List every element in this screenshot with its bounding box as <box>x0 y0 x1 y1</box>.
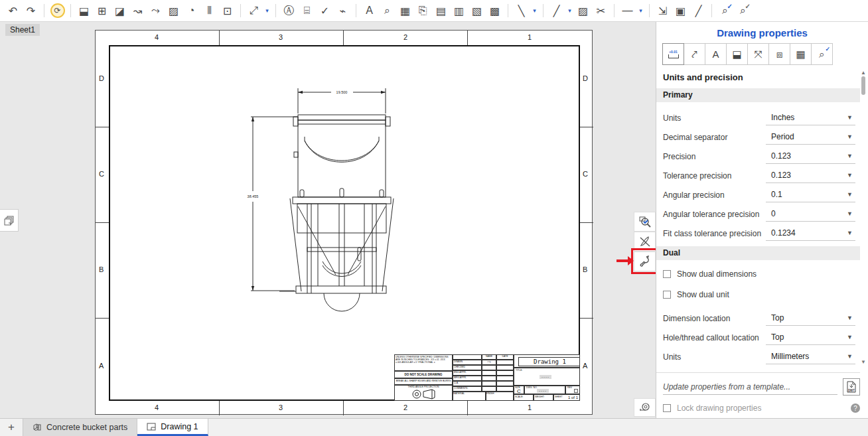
dwg-no-value[interactable]: ---- <box>537 389 549 393</box>
trim-icon[interactable]: ✂ <box>592 2 610 20</box>
projected-view-icon[interactable]: ⫴ <box>200 2 218 20</box>
show-dual-dimensions-checkbox[interactable]: Show dual dimensions <box>663 263 855 284</box>
tab-concrete-bucket-parts[interactable]: Concrete bucket parts <box>23 419 137 436</box>
units-dropdown[interactable]: Inches▼ <box>766 110 855 125</box>
angular-precision-dropdown[interactable]: 0.1▼ <box>766 187 855 202</box>
leader-line-icon[interactable]: ╲ <box>512 2 530 20</box>
section-view-icon[interactable]: ◔ <box>182 2 200 20</box>
dimension-icon[interactable]: ⤢ <box>245 2 263 20</box>
cutlist-table-icon: ▩ <box>490 5 500 17</box>
checkbox-icon[interactable] <box>663 404 671 412</box>
sketch-caret-icon[interactable]: ▾ <box>565 2 574 20</box>
line-style-caret-icon[interactable]: ▾ <box>636 2 645 20</box>
revision-table-icon: ▧ <box>472 5 482 17</box>
datum-icon[interactable]: Ⓐ <box>280 2 298 20</box>
angular-tolerance-precision-dropdown[interactable]: 0▼ <box>766 206 855 222</box>
datum-icon: Ⓐ <box>284 4 295 18</box>
sketch-line-icon[interactable]: ╱ <box>547 2 565 20</box>
dwt-template-button[interactable]: DWT <box>843 378 860 396</box>
toolbar-separator <box>240 4 241 17</box>
approval-row-label: DRAWN <box>453 360 482 365</box>
sheet-name-chip[interactable]: Sheet1 <box>5 24 40 36</box>
redo-icon[interactable]: ↷ <box>22 2 40 20</box>
measure-tool-button[interactable] <box>634 398 656 417</box>
inspection-symbol-icon[interactable]: ⌕ <box>378 2 396 20</box>
sheet-table-icon[interactable]: ⎘ <box>414 2 432 20</box>
tab-view-icon: ⧈ <box>776 48 783 60</box>
checkbox-icon[interactable] <box>663 291 671 299</box>
crop-view-icon[interactable]: ⊡ <box>218 2 236 20</box>
insert-view-icon[interactable]: ⬓ <box>75 2 93 20</box>
text-icon: A <box>366 5 373 17</box>
spline-control-icon[interactable]: ⤳ <box>147 2 165 20</box>
concrete-bucket-front-view[interactable]: 19.500 38.455 <box>242 84 434 349</box>
sync-icon[interactable]: ⟳ <box>48 2 66 20</box>
tolerance-precision-dropdown[interactable]: 0.123▼ <box>766 168 855 183</box>
tab-dimensions[interactable]: ⤤ <box>684 43 705 65</box>
redo-icon: ↷ <box>27 5 35 17</box>
width-dimension[interactable]: 19.500 <box>336 90 348 94</box>
insert-image-icon[interactable]: ▣ <box>672 2 689 20</box>
dimension-caret-icon[interactable]: ▾ <box>263 2 271 20</box>
tab-text[interactable]: A <box>705 43 727 65</box>
decimal-separator-dropdown[interactable]: Period▼ <box>766 129 855 145</box>
sheet-value: 1 of 1 <box>568 396 578 400</box>
approval-name-cell <box>482 365 496 370</box>
dual-units-dropdown[interactable]: Millimeters▼ <box>766 349 855 364</box>
hole-table-icon[interactable]: ▥ <box>450 2 468 20</box>
export-dxf-icon[interactable]: ⇲ <box>654 2 672 20</box>
tab-drawing-1[interactable]: Drawing 1 <box>137 419 208 436</box>
table-icon[interactable]: ▦ <box>396 2 414 20</box>
hatch-icon: ▨ <box>578 5 588 17</box>
tab-units-precision[interactable]: +0.01 <box>662 43 684 65</box>
erase-view-icon[interactable]: ◪ <box>111 2 129 20</box>
tab-view[interactable]: ⧈ <box>768 43 790 65</box>
checkbox-icon[interactable] <box>663 270 671 278</box>
surface-finish-icon[interactable]: ⌁ <box>334 2 352 20</box>
help-icon[interactable]: ? <box>851 403 860 413</box>
title-value[interactable]: ---- <box>540 375 551 379</box>
dimension-location-dropdown[interactable]: Top▼ <box>766 311 855 326</box>
chevron-down-icon: ▼ <box>847 172 853 179</box>
line-style-icon[interactable]: — <box>618 2 636 20</box>
hatch-view-icon[interactable]: ▨ <box>165 2 182 20</box>
tab-validation[interactable]: ⌕✓ <box>811 43 833 65</box>
scrollbar-thumb[interactable] <box>861 76 865 95</box>
dual-section-header: Dual <box>656 246 860 260</box>
tab-dimension-extensions[interactable]: ⤧ <box>747 43 769 65</box>
drawing-canvas[interactable]: Sheet1 44332211DDCCBBAA <box>0 22 656 418</box>
hole-thread-callout-location-dropdown[interactable]: Top▼ <box>766 330 855 345</box>
update-template-input[interactable]: Update properties from a template... <box>663 379 837 395</box>
sheet-layout-icon[interactable]: ⊞ <box>93 2 111 20</box>
toolbar-separator <box>70 4 71 17</box>
cutlist-table-icon[interactable]: ▩ <box>486 2 504 20</box>
scroll-down-arrow[interactable]: ▼ <box>861 359 866 365</box>
check-drawing-icon[interactable]: ⌕✓ <box>716 2 734 20</box>
mark-icon[interactable]: ╱ <box>689 2 707 20</box>
checkmark-icon[interactable]: ✓ <box>316 2 334 20</box>
lock-drawing-properties-row[interactable]: Lock drawing properties ? <box>663 400 860 416</box>
fit-class-tolerance-precision-dropdown[interactable]: 0.1234▼ <box>766 226 855 241</box>
undo-icon[interactable]: ↶ <box>4 2 22 20</box>
rev-value-box[interactable] <box>574 389 578 393</box>
drawing-sheet[interactable]: 44332211DDCCBBAA <box>95 30 593 415</box>
check-settings-icon[interactable]: ⌕✓ <box>734 2 752 20</box>
feature-control-frame-icon[interactable]: ⌸ <box>298 2 316 20</box>
height-dimension[interactable]: 38.455 <box>248 194 259 198</box>
precision-dropdown[interactable]: 0.123▼ <box>766 149 855 164</box>
spline-icon[interactable]: ↝ <box>129 2 147 20</box>
zone-row-label: B <box>99 265 104 273</box>
bom-table-icon[interactable]: ▤ <box>432 2 450 20</box>
hatch-view-icon: ▨ <box>169 5 179 17</box>
tab-callouts[interactable]: ⬓ <box>726 43 748 65</box>
check-drawing-side-button[interactable] <box>634 212 656 232</box>
show-dual-unit-checkbox[interactable]: Show dual unit <box>663 284 855 305</box>
hatch-icon[interactable]: ▨ <box>574 2 592 20</box>
tab-tables[interactable]: ▦ <box>790 43 812 65</box>
text-icon[interactable]: A <box>360 2 378 20</box>
revision-table-icon[interactable]: ▧ <box>468 2 486 20</box>
sheets-panel-button[interactable] <box>0 209 19 232</box>
add-tab-button[interactable]: + <box>0 419 23 436</box>
scroll-up-arrow[interactable]: ▲ <box>861 70 866 76</box>
leader-caret-icon[interactable]: ▾ <box>530 2 539 20</box>
